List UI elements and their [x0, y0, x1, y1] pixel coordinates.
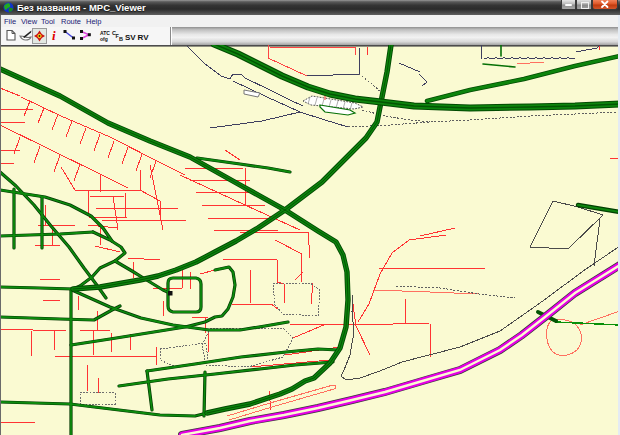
svg-text:SV: SV: [125, 33, 136, 42]
svg-text:RV: RV: [138, 33, 150, 42]
svg-text:ofg: ofg: [100, 36, 108, 42]
svg-text:i: i: [52, 28, 56, 43]
svg-text:B: B: [119, 36, 123, 42]
